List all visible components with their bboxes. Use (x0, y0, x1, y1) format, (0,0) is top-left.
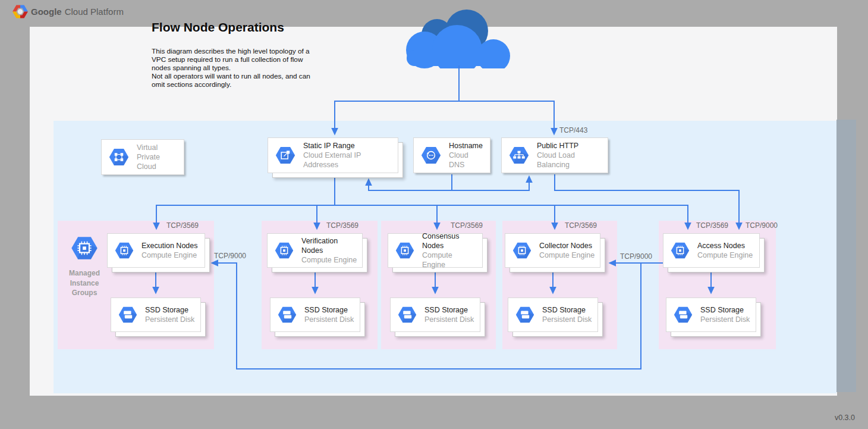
card-verification-ssd-storage: SSD Storage Persistent Disk (270, 298, 360, 332)
card-collector-nodes: Collector Nodes Compute Engine (505, 233, 600, 268)
consensus-ssd-subtitle: Persistent Disk (424, 315, 474, 324)
execution-ssd-title: SSD Storage (145, 305, 194, 315)
card-consensus-ssd-storage: SSD Storage Persistent Disk (390, 298, 480, 332)
port-label-tcp443: TCP/443 (559, 126, 587, 134)
execution-nodes-subtitle: Compute Engine (141, 250, 198, 260)
dns-icon (421, 146, 441, 164)
execution-nodes-title: Execution Nodes (141, 241, 198, 250)
access-nodes-title: Access Nodes (697, 241, 753, 250)
static-ip-subtitle: Cloud External IP Addresses (303, 151, 393, 170)
card-access-nodes: Access Nodes Compute Engine (663, 233, 760, 268)
hostname-subtitle: Cloud DNS (449, 151, 485, 170)
persistent-disk-icon (278, 306, 297, 323)
page-title: Flow Node Operations (152, 20, 284, 35)
vpc-card-title: Virtual (137, 143, 179, 152)
verification-ssd-subtitle: Persistent Disk (304, 315, 354, 324)
consensus-nodes-subtitle: Compute Engine (422, 250, 477, 270)
compute-engine-icon (115, 242, 134, 259)
card-execution-ssd-storage: SSD Storage Persistent Disk (111, 298, 201, 332)
card-public-http: Public HTTP Cloud Load Balancing (501, 137, 608, 173)
port-label-tcp9000-access: TCP/9000 (746, 221, 778, 230)
cloud-icon (398, 9, 523, 68)
card-consensus-nodes: Consensus Nodes Compute Engine (388, 233, 483, 268)
port-label-tcp3569-collector: TCP/3569 (565, 221, 597, 230)
consensus-nodes-title: Consensus Nodes (422, 231, 477, 251)
persistent-disk-icon (515, 306, 534, 323)
persistent-disk-icon (118, 306, 137, 323)
load-balancer-icon (509, 146, 529, 164)
page-description: This diagram describes the high level to… (152, 47, 324, 89)
port-label-tcp3569-consensus: TCP/3569 (451, 221, 483, 230)
port-label-tcp3569-verification: TCP/3569 (326, 221, 358, 230)
card-collector-ssd-storage: SSD Storage Persistent Disk (508, 298, 598, 332)
collector-nodes-subtitle: Compute Engine (539, 250, 595, 260)
gcp-logo-icon (12, 5, 29, 18)
card-verification-nodes: Verification Nodes Compute Engine (267, 233, 363, 268)
static-ip-title: Static IP Range (303, 141, 393, 151)
vpc-area-overhang (836, 120, 856, 392)
collector-ssd-title: SSD Storage (542, 305, 592, 315)
public-http-subtitle: Cloud Load Balancing (537, 151, 603, 170)
card-execution-nodes: Execution Nodes Compute Engine (107, 233, 205, 268)
compute-engine-icon (395, 242, 414, 259)
port-label-tcp3569-execution: TCP/3569 (166, 221, 199, 230)
access-ssd-subtitle: Persistent Disk (700, 315, 750, 324)
version-label: v0.3.0 (809, 414, 855, 422)
brand-cloud-platform: Cloud Platform (65, 7, 124, 17)
card-virtual-private-cloud: Virtual Private Cloud (101, 139, 184, 175)
hostname-title: Hostname (449, 141, 485, 151)
managed-instance-groups-icon (71, 236, 98, 260)
compute-engine-icon (671, 242, 690, 259)
port-label-tcp9000-collector: TCP/9000 (620, 252, 652, 261)
access-nodes-subtitle: Compute Engine (697, 250, 753, 260)
vpc-card-subtitle: Private Cloud (137, 152, 179, 172)
card-hostname: Hostname Cloud DNS (413, 137, 490, 173)
card-access-ssd-storage: SSD Storage Persistent Disk (666, 298, 756, 332)
port-label-tcp9000-execution: TCP/9000 (214, 252, 246, 260)
collector-nodes-title: Collector Nodes (539, 241, 595, 250)
compute-engine-icon (275, 242, 294, 259)
brand-google: Google (31, 7, 62, 17)
consensus-ssd-title: SSD Storage (424, 305, 474, 315)
persistent-disk-icon (674, 306, 693, 323)
public-http-title: Public HTTP (537, 141, 603, 151)
verification-nodes-subtitle: Compute Engine (301, 255, 357, 265)
managed-instance-groups-label: Managed Instance Groups (59, 268, 109, 298)
verification-ssd-title: SSD Storage (304, 305, 354, 315)
verification-nodes-title: Verification Nodes (301, 236, 357, 256)
card-static-ip-range: Static IP Range Cloud External IP Addres… (268, 137, 398, 173)
brand-title: GoogleCloud Platform (31, 7, 124, 17)
port-label-tcp3569-access: TCP/3569 (696, 221, 728, 230)
external-ip-icon (275, 146, 295, 164)
collector-ssd-subtitle: Persistent Disk (542, 315, 592, 324)
diagram-stage: GoogleCloud Platform Flow Node Operation… (0, 0, 868, 429)
persistent-disk-icon (398, 306, 417, 323)
compute-engine-icon (512, 242, 532, 259)
vpc-icon (109, 148, 129, 166)
execution-ssd-subtitle: Persistent Disk (145, 315, 194, 324)
access-ssd-title: SSD Storage (700, 305, 750, 315)
